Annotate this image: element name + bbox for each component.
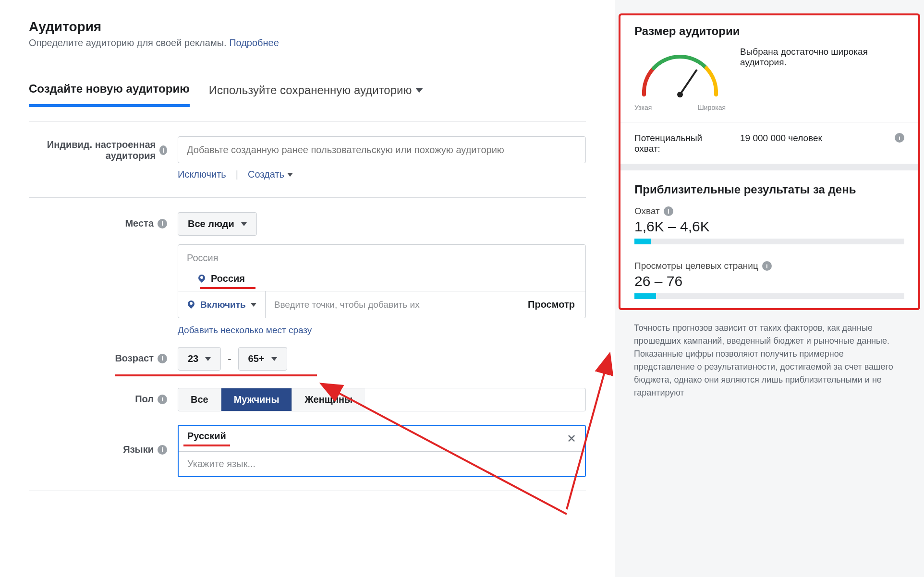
- lpv-metric-label: Просмотры целевых страниц: [634, 261, 758, 271]
- chevron-down-icon: [205, 357, 211, 361]
- gauge-icon: [634, 47, 726, 99]
- age-label: Возраст: [115, 353, 154, 364]
- info-icon[interactable]: i: [664, 206, 673, 216]
- chevron-down-icon: [415, 88, 423, 93]
- potential-reach-label: Потенциальный охват:: [634, 133, 730, 154]
- page-title: Аудитория: [29, 19, 586, 35]
- gender-label: Пол: [135, 394, 154, 405]
- info-icon[interactable]: i: [158, 219, 167, 228]
- add-bulk-locations-link[interactable]: Добавить несколько мест сразу: [178, 325, 586, 336]
- people-selector[interactable]: Все люди: [178, 212, 257, 236]
- estimate-note: Точность прогнозов зависит от таких факт…: [620, 309, 919, 399]
- gauge-wide-label: Широкая: [698, 104, 726, 111]
- audience-size-message: Выбрана достаточно широкая аудитория.: [740, 47, 904, 68]
- custom-audience-input[interactable]: [178, 136, 586, 163]
- lpv-bar: [634, 293, 904, 299]
- age-max-select[interactable]: 65+: [238, 347, 287, 371]
- chevron-down-icon: [251, 303, 256, 307]
- tab-saved-audience[interactable]: Используйте сохраненную аудиторию: [209, 84, 424, 106]
- estimated-results-title: Приблизительные результаты за день: [634, 183, 904, 196]
- places-label: Места: [125, 218, 154, 229]
- location-group-header: Россия: [178, 252, 585, 269]
- location-selected[interactable]: Россия: [211, 273, 245, 284]
- info-icon[interactable]: i: [158, 445, 167, 455]
- info-icon[interactable]: i: [762, 261, 772, 271]
- gender-men-button[interactable]: Мужчины: [221, 388, 292, 411]
- reach-metric-value: 1,6K – 4,6K: [634, 218, 904, 235]
- view-map-button[interactable]: Просмотр: [517, 299, 585, 310]
- chevron-down-icon: [271, 357, 277, 361]
- audience-size-title: Размер аудитории: [634, 24, 904, 38]
- languages-label: Языки: [123, 444, 154, 455]
- potential-reach-value: 19 000 000 человек: [740, 133, 885, 144]
- tab-create-audience[interactable]: Создайте новую аудиторию: [29, 82, 190, 107]
- chevron-down-icon: [241, 222, 247, 226]
- chevron-down-icon: [287, 173, 293, 177]
- remove-language-button[interactable]: ✕: [567, 432, 576, 445]
- create-audience-link[interactable]: Создать: [248, 169, 293, 180]
- location-pin-icon: [197, 275, 206, 283]
- audience-size-panel: Размер аудитории Узкая Широкая Выбрана д…: [620, 14, 919, 309]
- svg-line-2: [680, 70, 697, 95]
- gender-women-button[interactable]: Женщины: [292, 388, 365, 411]
- reach-bar: [634, 239, 904, 244]
- info-icon[interactable]: i: [159, 145, 167, 155]
- include-toggle[interactable]: Включить: [178, 291, 266, 318]
- location-pin-icon: [187, 301, 195, 309]
- gender-all-button[interactable]: Все: [178, 388, 221, 411]
- page-subtitle: Определите аудиторию для своей рекламы. …: [29, 37, 586, 48]
- learn-more-link[interactable]: Подробнее: [229, 37, 279, 48]
- svg-point-3: [677, 92, 683, 97]
- language-chip: Русский: [187, 431, 226, 446]
- language-input[interactable]: [179, 452, 585, 476]
- custom-audience-label: Индивид. настроенная аудитория: [29, 139, 156, 161]
- location-search-input[interactable]: Введите точки, чтобы добавить их: [266, 300, 517, 310]
- lpv-metric-value: 26 – 76: [634, 273, 904, 289]
- exclude-link[interactable]: Исключить: [178, 169, 226, 180]
- info-icon[interactable]: i: [158, 354, 167, 363]
- info-icon[interactable]: i: [158, 395, 167, 404]
- info-icon[interactable]: i: [895, 133, 904, 143]
- reach-metric-label: Охват: [634, 206, 660, 216]
- gauge-narrow-label: Узкая: [634, 104, 652, 111]
- age-min-select[interactable]: 23: [178, 347, 221, 371]
